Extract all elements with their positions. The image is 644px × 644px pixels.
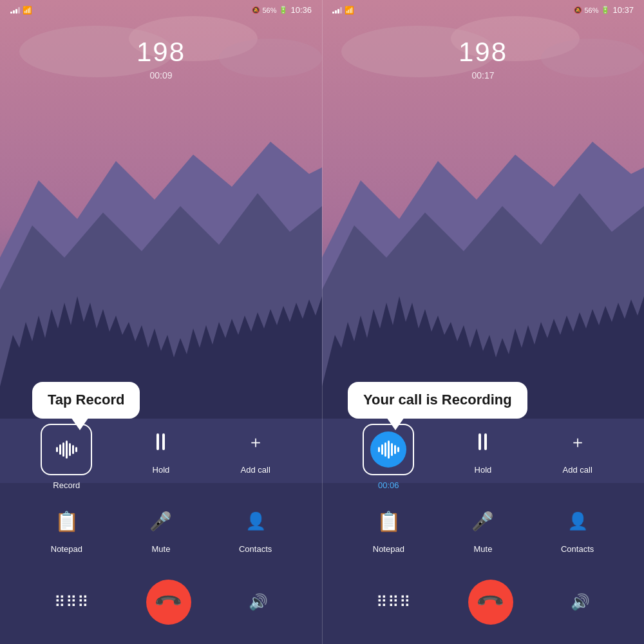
add-call-button-right[interactable]: ＋ Add call [552, 424, 603, 475]
tooltip-text-right: Your call is Recording [363, 392, 512, 408]
notepad-icon-wrap-left: 📋 [48, 503, 84, 539]
plus-icon-right: ＋ [569, 433, 586, 450]
mute-icon-left: 🎤 [149, 511, 172, 532]
hold-icon-wrap-right [465, 424, 501, 460]
keypad-button-right[interactable]: ⠿⠿⠿ [376, 593, 411, 611]
notepad-label-left: Notepad [51, 544, 82, 554]
control-row-bottom-left: 📋 Notepad 🎤 Mute 👤 Contacts [19, 503, 303, 554]
plus-icon-left: ＋ [247, 433, 264, 450]
bottom-actions-left: ⠿⠿⠿ 📞 🔊 [0, 573, 322, 644]
signal-icon-right [332, 7, 342, 14]
mute-icon-wrap-left: 🎤 [143, 503, 179, 539]
mute-label-left: Mute [152, 544, 171, 554]
hold-label-left: Hold [153, 465, 170, 475]
tooltip-bubble-left: Tap Record [32, 382, 140, 419]
mute-status-icon: 🔕 [252, 6, 260, 14]
waveform-icon-left [56, 439, 77, 460]
end-call-icon-right: 📞 [475, 587, 506, 618]
wifi-icon-right: 📶 [345, 6, 354, 15]
mute-icon-wrap-right: 🎤 [465, 503, 501, 539]
status-right-right: 🔕 56% 🔋 10:37 [574, 5, 634, 15]
controls-right: 00:06 Hold ＋ [322, 424, 644, 567]
screen-content-right: 📶 🔕 56% 🔋 10:37 198 00:17 Your call is R… [322, 0, 644, 644]
speaker-button-right[interactable]: 🔊 [571, 593, 590, 611]
status-right: 🔕 56% 🔋 10:36 [252, 5, 312, 15]
battery-icon: 🔋 [279, 6, 288, 14]
time-left: 10:36 [290, 5, 312, 15]
end-call-button-right[interactable]: 📞 [468, 580, 513, 625]
contacts-icon-wrap-right: 👤 [560, 503, 596, 539]
call-duration-left: 00:09 [0, 70, 322, 80]
notepad-button-right[interactable]: 📋 Notepad [363, 503, 414, 554]
phone-screen-left: 📶 🔕 56% 🔋 10:36 198 00:09 Tap Record [0, 0, 322, 644]
mute-label-right: Mute [474, 544, 493, 554]
add-call-icon-wrap-left: ＋ [238, 424, 274, 460]
waveform-icon-right [378, 439, 399, 460]
contacts-button-right[interactable]: 👤 Contacts [552, 503, 603, 554]
hold-icon-left [156, 432, 165, 451]
speaker-button-left[interactable]: 🔊 [249, 593, 268, 611]
speaker-icon-left: 🔊 [249, 593, 268, 611]
screen-content-left: 📶 🔕 56% 🔋 10:36 198 00:09 Tap Record [0, 0, 322, 644]
control-row-top-right: 00:06 Hold ＋ [341, 424, 625, 490]
call-number-left: 198 [0, 37, 322, 68]
end-call-icon-left: 📞 [153, 587, 184, 618]
keypad-icon-left: ⠿⠿⠿ [54, 593, 89, 611]
screen-divider [322, 0, 323, 644]
record-icon-wrap-left [41, 424, 92, 475]
contacts-icon-left: 👤 [245, 511, 266, 531]
record-circle-right [370, 431, 406, 468]
record-icon-wrap-right [363, 424, 414, 475]
mute-button-left[interactable]: 🎤 Mute [135, 503, 187, 554]
hold-button-right[interactable]: Hold [457, 424, 509, 475]
contacts-button-left[interactable]: 👤 Contacts [230, 503, 281, 554]
tooltip-bubble-right: Your call is Recording [348, 382, 527, 419]
notepad-icon-wrap-right: 📋 [370, 503, 406, 539]
hold-button-left[interactable]: Hold [135, 424, 187, 475]
status-bar-right: 📶 🔕 56% 🔋 10:37 [322, 0, 644, 17]
status-left: 📶 [10, 6, 32, 15]
hold-label-right: Hold [475, 465, 492, 475]
add-call-icon-wrap-right: ＋ [560, 424, 596, 460]
battery-icon-right: 🔋 [601, 6, 610, 14]
tooltip-container-left: Tap Record [0, 382, 322, 419]
status-bar-left: 📶 🔕 56% 🔋 10:36 [0, 0, 322, 17]
control-row-bottom-right: 📋 Notepad 🎤 Mute 👤 Contacts [341, 503, 625, 554]
notepad-label-right: Notepad [373, 544, 404, 554]
contacts-label-left: Contacts [239, 544, 272, 554]
record-button-left[interactable]: Record [41, 424, 92, 490]
time-right: 10:37 [612, 5, 634, 15]
speaker-icon-right: 🔊 [571, 593, 590, 611]
hold-icon-wrap-left [143, 424, 179, 460]
controls-left: Record Hold ＋ [0, 424, 322, 567]
add-call-label-left: Add call [241, 465, 270, 475]
notepad-button-left[interactable]: 📋 Notepad [41, 503, 92, 554]
status-right-left: 📶 [332, 6, 354, 15]
record-label-left: Record [53, 480, 80, 490]
keypad-button-left[interactable]: ⠿⠿⠿ [54, 593, 89, 611]
record-timer-right: 00:06 [378, 480, 399, 490]
add-call-button-left[interactable]: ＋ Add call [230, 424, 281, 475]
hold-icon-right [478, 432, 487, 451]
call-number-right: 198 [322, 37, 644, 68]
mute-button-right[interactable]: 🎤 Mute [457, 503, 509, 554]
notepad-icon-left: 📋 [55, 510, 79, 533]
battery-text-right: 56% [584, 6, 598, 14]
signal-icon [10, 7, 20, 14]
mute-status-icon-right: 🔕 [574, 6, 582, 14]
battery-text: 56% [262, 6, 276, 14]
control-row-top-left: Record Hold ＋ [19, 424, 303, 490]
add-call-label-right: Add call [563, 465, 592, 475]
call-info-left: 198 00:09 [0, 17, 322, 93]
bottom-actions-right: ⠿⠿⠿ 📞 🔊 [322, 573, 644, 644]
tooltip-text-left: Tap Record [48, 392, 124, 408]
call-info-right: 198 00:17 [322, 17, 644, 93]
end-call-button-left[interactable]: 📞 [146, 580, 191, 625]
mute-icon-right: 🎤 [471, 511, 494, 532]
contacts-icon-right: 👤 [567, 511, 588, 531]
call-duration-right: 00:17 [322, 70, 644, 80]
record-button-right[interactable]: 00:06 [363, 424, 414, 490]
wifi-icon: 📶 [23, 6, 32, 15]
tooltip-container-right: Your call is Recording [322, 382, 644, 419]
phone-screen-right: 📶 🔕 56% 🔋 10:37 198 00:17 Your call is R… [322, 0, 644, 644]
